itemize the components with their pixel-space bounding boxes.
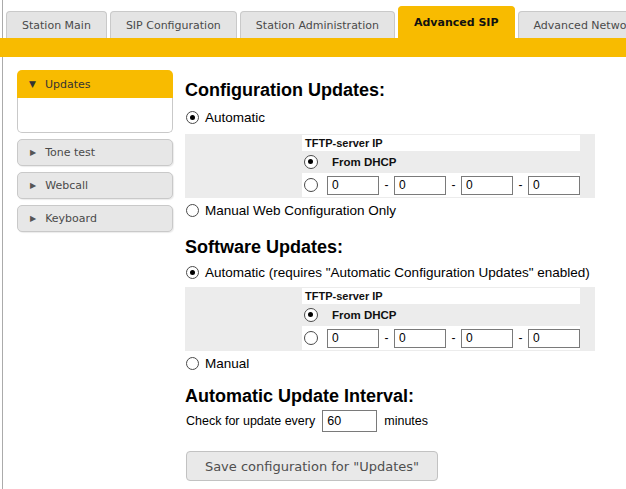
software-ip-octet-3[interactable] xyxy=(461,329,513,348)
config-static-ip-row: - - - xyxy=(302,173,580,197)
sidebar-item-updates[interactable]: ▼ Updates xyxy=(17,70,173,98)
config-updates-heading: Configuration Updates: xyxy=(185,80,385,101)
option-software-automatic-label: Automatic (requires "Automatic Configura… xyxy=(205,265,590,280)
sidebar-updates-panel xyxy=(17,98,173,133)
radio-software-manual[interactable] xyxy=(186,357,199,370)
octet-separator: - xyxy=(513,178,528,192)
octet-separator: - xyxy=(379,178,394,192)
software-tftp-panel: TFTP-server IP From DHCP - - - xyxy=(185,287,595,351)
sidebar-item-tone-test[interactable]: ▶ Tone test xyxy=(17,139,173,166)
chevron-down-icon: ▼ xyxy=(29,80,36,89)
software-tftp-server-ip-label: TFTP-server IP xyxy=(302,288,580,304)
radio-software-automatic[interactable] xyxy=(186,266,199,279)
accent-bar xyxy=(0,38,626,57)
radio-config-automatic[interactable] xyxy=(186,111,199,124)
config-ip-octet-4[interactable] xyxy=(528,176,580,195)
chevron-right-icon: ▶ xyxy=(30,149,36,157)
tab-sip-configuration[interactable]: SIP Configuration xyxy=(110,11,237,38)
radio-config-from-dhcp[interactable] xyxy=(304,155,318,169)
octet-separator: - xyxy=(379,331,394,345)
tab-bar: Station Main SIP Configuration Station A… xyxy=(6,6,626,38)
octet-separator: - xyxy=(446,331,461,345)
save-configuration-button[interactable]: Save configuration for "Updates" xyxy=(186,451,438,481)
software-updates-heading: Software Updates: xyxy=(185,237,343,258)
option-config-manual[interactable]: Manual Web Configuration Only xyxy=(186,203,396,218)
sidebar-item-tone-test-label: Tone test xyxy=(45,146,95,159)
tab-station-main[interactable]: Station Main xyxy=(6,11,107,38)
sidebar-item-keyboard[interactable]: ▶ Keyboard xyxy=(17,205,173,232)
sidebar: ▼ Updates ▶ Tone test ▶ Webcall ▶ Keyboa… xyxy=(17,70,173,232)
updates-form: Configuration Updates: Automatic TFTP-se… xyxy=(185,80,599,485)
update-interval-heading: Automatic Update Interval: xyxy=(185,386,414,407)
sidebar-item-webcall[interactable]: ▶ Webcall xyxy=(17,172,173,199)
radio-config-manual[interactable] xyxy=(186,204,199,217)
sidebar-group-updates: ▼ Updates xyxy=(17,70,173,133)
option-config-manual-label: Manual Web Configuration Only xyxy=(205,203,396,218)
radio-software-static-ip[interactable] xyxy=(304,331,318,345)
software-from-dhcp-row: From DHCP xyxy=(302,304,580,326)
chevron-right-icon: ▶ xyxy=(30,215,36,223)
sidebar-item-webcall-label: Webcall xyxy=(45,179,88,192)
tab-advanced-sip[interactable]: Advanced SIP xyxy=(398,6,515,38)
config-ip-octet-1[interactable] xyxy=(327,176,379,195)
interval-label-before: Check for update every xyxy=(186,414,315,428)
tab-advanced-network[interactable]: Advanced Network xyxy=(518,11,626,38)
update-interval-row: Check for update every minutes xyxy=(186,410,428,432)
config-tftp-panel: TFTP-server IP From DHCP - - - xyxy=(185,134,595,198)
software-from-dhcp-label: From DHCP xyxy=(332,309,397,321)
config-from-dhcp-row: From DHCP xyxy=(302,151,580,173)
config-ip-octet-2[interactable] xyxy=(394,176,446,195)
software-static-ip-row: - - - xyxy=(302,326,580,350)
option-software-automatic[interactable]: Automatic (requires "Automatic Configura… xyxy=(186,265,590,280)
software-ip-octet-1[interactable] xyxy=(327,329,379,348)
option-software-manual[interactable]: Manual xyxy=(186,356,249,371)
option-software-manual-label: Manual xyxy=(205,356,249,371)
config-ip-octet-3[interactable] xyxy=(461,176,513,195)
tab-station-administration[interactable]: Station Administration xyxy=(240,11,395,38)
radio-software-from-dhcp[interactable] xyxy=(304,308,318,322)
octet-separator: - xyxy=(513,331,528,345)
config-from-dhcp-label: From DHCP xyxy=(332,156,397,168)
chevron-right-icon: ▶ xyxy=(30,182,36,190)
radio-config-static-ip[interactable] xyxy=(304,178,318,192)
config-tftp-server-ip-label: TFTP-server IP xyxy=(302,135,580,151)
sidebar-item-updates-label: Updates xyxy=(45,78,91,91)
page-content: ▼ Updates ▶ Tone test ▶ Webcall ▶ Keyboa… xyxy=(3,57,626,489)
option-config-automatic[interactable]: Automatic xyxy=(186,110,265,125)
option-config-automatic-label: Automatic xyxy=(205,110,265,125)
octet-separator: - xyxy=(446,178,461,192)
software-ip-octet-2[interactable] xyxy=(394,329,446,348)
config-tftp-table: TFTP-server IP From DHCP - - - xyxy=(302,135,580,197)
interval-minutes-input[interactable] xyxy=(322,410,377,432)
interval-label-after: minutes xyxy=(384,414,428,428)
software-ip-octet-4[interactable] xyxy=(528,329,580,348)
software-tftp-table: TFTP-server IP From DHCP - - - xyxy=(302,288,580,350)
sidebar-item-keyboard-label: Keyboard xyxy=(45,212,97,225)
